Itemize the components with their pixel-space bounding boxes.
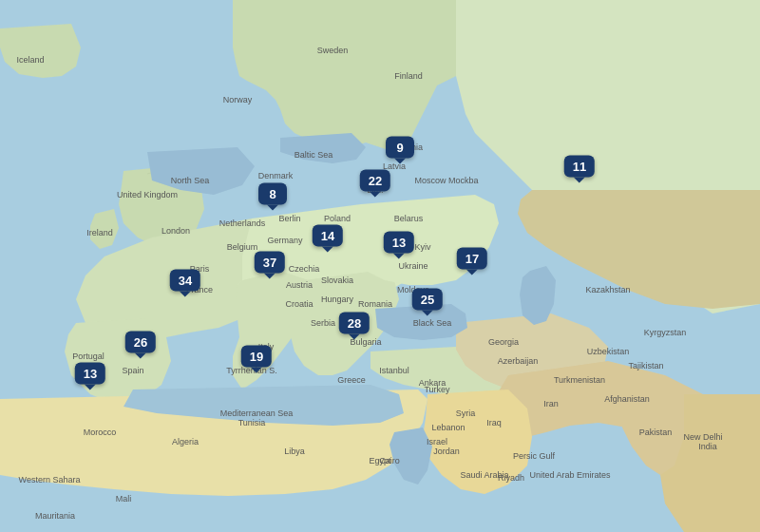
portugal-badge[interactable]: 13	[75, 363, 105, 385]
iceland-badge[interactable]: 9	[386, 137, 414, 159]
russia-badge[interactable]: 11	[564, 156, 595, 178]
france-badge[interactable]: 34	[170, 270, 200, 292]
poland-badge[interactable]: 14	[313, 225, 343, 247]
denmark-badge[interactable]: 8	[258, 183, 287, 205]
belarus-badge[interactable]: 13	[384, 232, 414, 254]
romania-badge[interactable]: 28	[339, 313, 370, 334]
spain-badge[interactable]: 26	[125, 332, 156, 353]
lithuania-badge[interactable]: 22	[360, 170, 390, 192]
ukraine-east-badge[interactable]: 17	[457, 248, 487, 270]
ukraine-south-badge[interactable]: 25	[412, 289, 443, 311]
germany-badge[interactable]: 37	[255, 252, 285, 274]
italy-badge[interactable]: 19	[241, 346, 272, 368]
map-container: IcelandSwedenNorwayFinlandEstoniaLatviaD…	[0, 0, 760, 532]
